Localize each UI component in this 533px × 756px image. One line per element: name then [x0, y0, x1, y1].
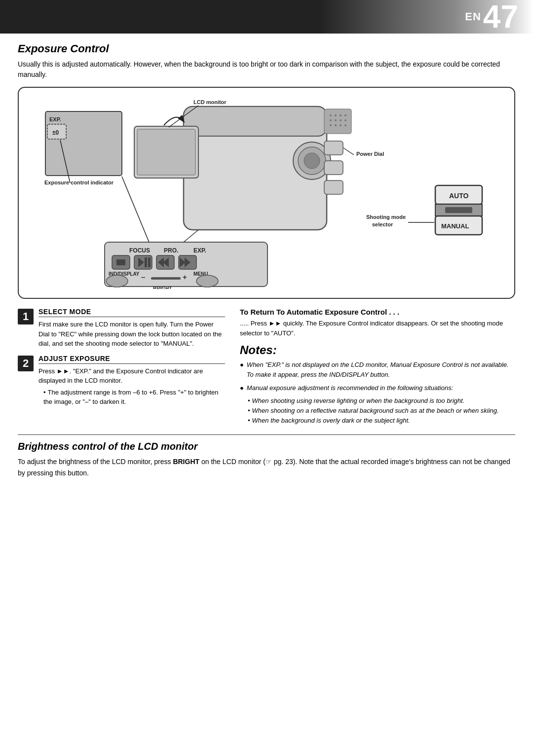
notes-title: Notes:: [240, 343, 515, 357]
svg-rect-9: [137, 129, 195, 175]
svg-point-27: [344, 124, 346, 126]
svg-rect-7: [184, 107, 327, 136]
step-1-body: SELECT MODE First make sure the LCD moni…: [38, 308, 225, 349]
svg-text:Shooting mode: Shooting mode: [366, 214, 406, 220]
intro-text: Usually this is adjusted automatically. …: [18, 59, 515, 80]
svg-line-32: [343, 148, 354, 155]
svg-rect-51: [148, 257, 151, 267]
section-title: Exposure Control: [18, 42, 515, 55]
step-2-bullet: The adjustment range is from –6 to +6. P…: [38, 388, 225, 407]
svg-text:BRIGHT: BRIGHT: [153, 286, 172, 289]
return-title: To Return To Automatic Exposure Control …: [240, 308, 515, 316]
page-header: EN 47: [0, 0, 533, 34]
svg-text:PRO.: PRO.: [164, 247, 178, 254]
svg-point-19: [344, 114, 346, 116]
note-item-2: ● Manual exposure adjustment is recommen…: [240, 383, 515, 393]
svg-rect-47: [116, 259, 125, 265]
step-1-number: 1: [18, 309, 34, 324]
svg-rect-28: [324, 141, 343, 155]
step-1-text: First make sure the LCD monitor is open …: [38, 320, 225, 349]
svg-line-67: [184, 230, 198, 242]
svg-rect-62: [151, 277, 181, 280]
return-text: ..... Press ►► quickly. The Exposure Con…: [240, 319, 515, 338]
svg-line-66: [122, 177, 149, 242]
svg-point-23: [344, 119, 346, 121]
svg-rect-50: [145, 257, 147, 267]
step-2: 2 ADJUST EXPOSURE Press ►►. "EXP." and t…: [18, 355, 225, 407]
svg-text:±0: ±0: [52, 129, 59, 136]
svg-rect-30: [324, 180, 343, 194]
svg-point-60: [106, 275, 128, 287]
step-1: 1 SELECT MODE First make sure the LCD mo…: [18, 308, 225, 349]
svg-point-16: [330, 114, 332, 116]
svg-rect-29: [324, 161, 343, 175]
diagram-svg: EXP. ±0 Exposure control indicator LCD m…: [31, 97, 519, 289]
svg-rect-15: [324, 109, 351, 134]
svg-text:Exposure control indicator: Exposure control indicator: [44, 180, 114, 185]
steps-column: 1 SELECT MODE First make sure the LCD mo…: [18, 308, 225, 413]
step-1-title: SELECT MODE: [38, 308, 225, 317]
svg-text:selector: selector: [372, 221, 393, 227]
svg-text:–: –: [141, 273, 145, 281]
note-2-text: Manual exposure adjustment is recommende…: [247, 383, 453, 393]
svg-point-64: [196, 275, 218, 287]
svg-rect-36: [445, 207, 472, 213]
return-section: To Return To Automatic Exposure Control …: [240, 308, 515, 338]
note-subbullet-3: When the background is overly dark or th…: [248, 416, 515, 426]
notes-section: Notes: ● When "EXP." is not displayed on…: [240, 343, 515, 426]
note-subbullet-1: When shooting using reverse lighting or …: [248, 396, 515, 406]
brightness-section: Brightness control of the LCD monitor To…: [18, 434, 515, 478]
note-subbullet-2: When shooting on a reflective natural ba…: [248, 406, 515, 416]
svg-point-26: [340, 124, 342, 126]
brightness-title: Brightness control of the LCD monitor: [18, 441, 515, 452]
svg-text:EXP.: EXP.: [49, 116, 61, 122]
svg-text:EXP.: EXP.: [193, 247, 206, 254]
svg-point-21: [335, 119, 337, 121]
notes-column: To Return To Automatic Exposure Control …: [240, 308, 515, 426]
page-number: 47: [483, 1, 518, 33]
en-label: EN: [465, 10, 481, 23]
svg-point-22: [340, 119, 342, 121]
svg-text:LCD monitor: LCD monitor: [193, 99, 227, 105]
svg-point-14: [304, 153, 320, 169]
diagram-box: EXP. ±0 Exposure control indicator LCD m…: [18, 87, 515, 299]
steps-notes-row: 1 SELECT MODE First make sure the LCD mo…: [18, 308, 515, 426]
brightness-text: To adjust the brightness of the LCD moni…: [18, 456, 515, 478]
svg-text:Power Dial: Power Dial: [356, 151, 384, 157]
note-1-text: When "EXP." is not displayed on the LCD …: [247, 360, 515, 380]
step-2-number: 2: [18, 356, 34, 371]
step-2-text: Press ►►. "EXP." and the Exposure Contro…: [38, 366, 225, 386]
svg-text:+: +: [183, 273, 187, 281]
svg-point-17: [335, 114, 337, 116]
step-2-title: ADJUST EXPOSURE: [38, 355, 225, 364]
step-2-body: ADJUST EXPOSURE Press ►►. "EXP." and the…: [38, 355, 225, 407]
svg-text:MANUAL: MANUAL: [441, 222, 469, 230]
svg-text:FOCUS: FOCUS: [129, 247, 150, 254]
main-content: Exposure Control Usually this is adjuste…: [0, 34, 533, 487]
svg-point-18: [340, 114, 342, 116]
svg-point-24: [330, 124, 332, 126]
note-item-1: ● When "EXP." is not displayed on the LC…: [240, 360, 515, 380]
svg-point-25: [335, 124, 337, 126]
svg-point-20: [330, 119, 332, 121]
svg-text:AUTO: AUTO: [449, 192, 469, 200]
